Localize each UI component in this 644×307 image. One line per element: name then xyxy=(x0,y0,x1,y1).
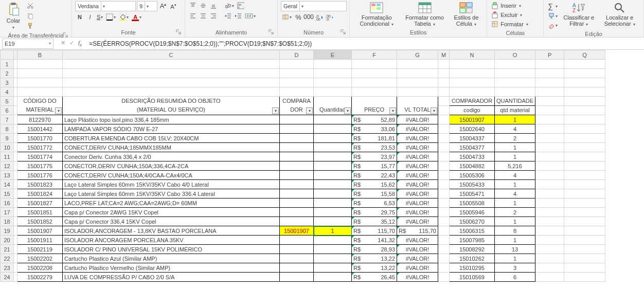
cell[interactable]: COBERTURA EMENDA CABO COB 15LV; 20X40CM xyxy=(63,134,280,143)
percent-button[interactable]: % xyxy=(294,12,303,22)
filter-button[interactable] xyxy=(306,107,313,114)
cell[interactable] xyxy=(564,273,605,282)
row-header[interactable]: 10 xyxy=(1,143,14,152)
cell[interactable]: #VALOR! xyxy=(397,273,438,282)
cell[interactable] xyxy=(564,254,605,263)
cell[interactable]: 5,216 xyxy=(495,161,535,171)
cell[interactable] xyxy=(564,60,605,69)
cell[interactable] xyxy=(280,263,314,273)
cell[interactable]: #VALOR! xyxy=(397,198,438,208)
paste-button[interactable]: Colar▾ xyxy=(3,1,24,31)
row-header[interactable]: 21 xyxy=(1,245,14,254)
bold-button[interactable]: N xyxy=(75,12,84,22)
cell[interactable]: 15004882 xyxy=(450,161,495,171)
cell[interactable] xyxy=(438,124,450,134)
cell[interactable] xyxy=(280,124,314,134)
cell[interactable] xyxy=(14,161,17,171)
merge-center-button[interactable]: ▾ xyxy=(244,11,257,21)
cell[interactable]: 6 xyxy=(495,273,535,282)
cell[interactable]: 15005471 xyxy=(450,189,495,198)
row-header[interactable]: 1 xyxy=(1,60,14,69)
cell[interactable]: MATERIAL xyxy=(17,106,63,115)
cell[interactable] xyxy=(438,97,450,106)
cell[interactable] xyxy=(564,245,605,254)
row-header[interactable]: 12 xyxy=(1,161,14,171)
format-painter-button[interactable] xyxy=(26,22,35,31)
cell[interactable]: R$29,75 xyxy=(352,208,397,217)
cell[interactable] xyxy=(438,208,450,217)
cell[interactable]: 15001774 xyxy=(17,152,63,161)
cell[interactable] xyxy=(14,134,17,143)
cell[interactable]: Laço Plástico topo isol.pino 336,4 185mm xyxy=(63,115,280,124)
cell[interactable] xyxy=(564,189,605,198)
cell[interactable] xyxy=(450,87,495,97)
filter-button[interactable] xyxy=(389,107,396,114)
cell[interactable]: R$13,22 xyxy=(352,254,397,263)
delete-cells-button[interactable]: Excluir ▾ xyxy=(490,10,523,20)
cell[interactable]: ISOLADOR,ANCORAGEM - 13,8KV BASTAO PORCE… xyxy=(63,226,280,236)
cell[interactable]: 15001911 xyxy=(17,236,63,245)
col-header-A[interactable] xyxy=(14,50,17,60)
cell[interactable] xyxy=(397,97,438,106)
insert-cells-button[interactable]: Inserir ▾ xyxy=(490,1,522,10)
cell[interactable] xyxy=(14,217,17,226)
cell[interactable] xyxy=(14,180,17,189)
cell[interactable]: 15002119 xyxy=(17,245,63,254)
cell[interactable] xyxy=(314,263,352,273)
cell[interactable] xyxy=(14,115,17,124)
cell[interactable] xyxy=(438,189,450,198)
cell[interactable] xyxy=(564,106,605,115)
cell[interactable] xyxy=(438,217,450,226)
cell[interactable]: 1 xyxy=(495,254,535,263)
row-header[interactable]: 6 xyxy=(1,106,14,115)
cell[interactable] xyxy=(438,273,450,282)
cell[interactable]: 15006270 xyxy=(450,217,495,226)
cell[interactable] xyxy=(352,60,397,69)
cell[interactable] xyxy=(280,273,314,282)
orientation-button[interactable]: ab▾ xyxy=(223,1,235,10)
row-header[interactable]: 19 xyxy=(1,226,14,236)
cell[interactable] xyxy=(495,69,535,78)
cell[interactable]: 4 xyxy=(495,189,535,198)
cell[interactable] xyxy=(314,254,352,263)
cell[interactable]: R$115,70 xyxy=(397,226,438,236)
col-header-M[interactable]: M xyxy=(438,50,450,60)
cell[interactable] xyxy=(564,171,605,180)
cell[interactable] xyxy=(14,143,17,152)
cell[interactable]: 15001852 xyxy=(17,217,63,226)
cell[interactable] xyxy=(564,198,605,208)
cell[interactable]: 15005433 xyxy=(450,180,495,189)
cell[interactable] xyxy=(280,254,314,263)
cell[interactable] xyxy=(564,152,605,161)
cell[interactable] xyxy=(438,60,450,69)
cell[interactable]: 15004733 xyxy=(450,152,495,161)
cell[interactable] xyxy=(438,198,450,208)
cell[interactable] xyxy=(314,87,352,97)
increase-indent-button[interactable] xyxy=(234,11,243,21)
cell[interactable] xyxy=(450,60,495,69)
cell[interactable] xyxy=(280,60,314,69)
font-color-button[interactable]: A▾ xyxy=(131,13,142,21)
row-header[interactable]: 14 xyxy=(1,180,14,189)
accounting-format-button[interactable]: $▾ xyxy=(281,12,293,22)
cell[interactable]: 1 xyxy=(495,217,535,226)
font-size-combo[interactable]: 9▾ xyxy=(137,1,157,11)
cell-styles-button[interactable]: Estilos de Célula ▾ xyxy=(449,1,484,28)
cell[interactable]: R$26,45 xyxy=(352,273,397,282)
row-header[interactable]: 15 xyxy=(1,189,14,198)
cell[interactable] xyxy=(314,134,352,143)
cell[interactable] xyxy=(314,217,352,226)
row-header[interactable]: 13 xyxy=(1,171,14,180)
cell[interactable]: 15001442 xyxy=(17,124,63,134)
cell[interactable]: Cartucho Plastico Vermelho (Similar AMP) xyxy=(63,263,280,273)
cell[interactable]: R$15,58 xyxy=(352,189,397,198)
cell[interactable] xyxy=(535,152,564,161)
cell[interactable]: 15004337 xyxy=(450,134,495,143)
fill-button[interactable]: ▾ xyxy=(547,11,559,21)
cell[interactable]: #VALOR! xyxy=(397,152,438,161)
cell[interactable] xyxy=(535,236,564,245)
cell[interactable] xyxy=(280,208,314,217)
cell[interactable]: VL TOTAL xyxy=(397,106,438,115)
cell[interactable]: 4 xyxy=(495,124,535,134)
col-header-D[interactable]: D xyxy=(280,50,314,60)
